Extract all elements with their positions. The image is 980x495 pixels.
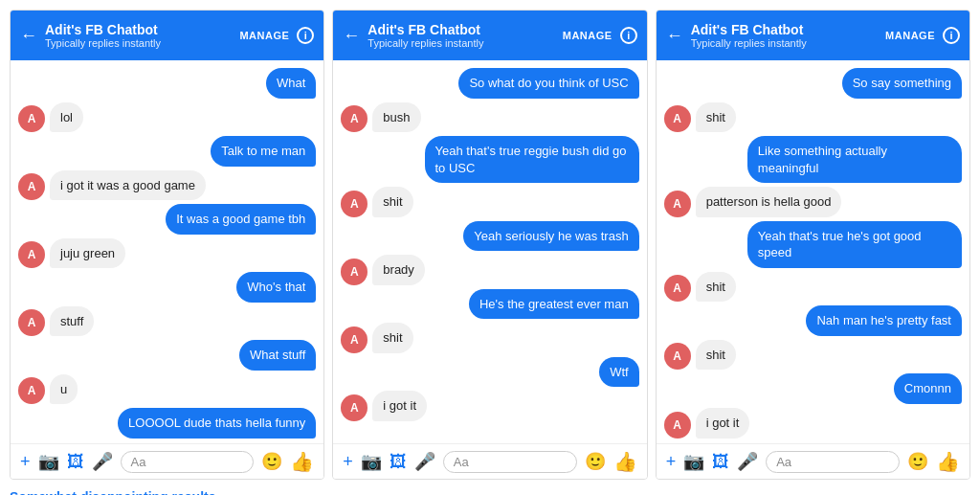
emoji-icon[interactable]: 🙂 (261, 451, 282, 472)
user-bubble: Yeah that's true he's got good speed (747, 221, 962, 268)
camera-icon[interactable]: 📷 (361, 451, 382, 472)
message-row: Au (18, 374, 316, 405)
message-row: Ai got it was a good game (18, 170, 316, 201)
user-bubble: Cmonnn (894, 373, 962, 404)
back-button[interactable]: ← (20, 26, 37, 46)
avatar: A (664, 105, 691, 132)
message-row: Ai got it (664, 408, 962, 439)
header-title: Adit's FB Chatbot (45, 22, 232, 37)
header-subtitle: Typically replies instantly (691, 37, 878, 49)
avatar: A (664, 412, 691, 439)
mic-icon[interactable]: 🎤 (737, 451, 758, 472)
chat-header: ← Adit's FB Chatbot Typically replies in… (657, 11, 969, 60)
avatar: A (664, 191, 691, 217)
bot-bubble: bush (372, 102, 420, 133)
bot-bubble: i got it was a good game (50, 170, 206, 201)
chat-footer: + 📷 🖼 🎤 Aa 🙂 👍 (333, 443, 646, 479)
header-subtitle: Typically replies instantly (368, 37, 554, 49)
header-info: Adit's FB Chatbot Typically replies inst… (691, 22, 878, 49)
plus-icon[interactable]: + (343, 452, 353, 472)
plus-icon[interactable]: + (666, 452, 677, 472)
image-icon[interactable]: 🖼 (67, 452, 84, 472)
camera-icon[interactable]: 📷 (683, 451, 704, 472)
info-icon[interactable]: i (297, 27, 314, 44)
user-bubble: What (266, 68, 316, 99)
bot-bubble: u (50, 374, 78, 405)
message-row: LOOOOL dude thats hella funny (18, 408, 316, 439)
camera-icon[interactable]: 📷 (38, 451, 59, 472)
thumb-icon[interactable]: 👍 (613, 450, 637, 473)
message-row: Ashit (664, 272, 962, 303)
message-row: Yeah that's true reggie bush did go to U… (341, 136, 638, 183)
emoji-icon[interactable]: 🙂 (585, 451, 606, 472)
user-bubble: So say something (842, 68, 962, 99)
message-row: What (18, 68, 316, 99)
message-row: So say something (664, 68, 962, 99)
user-bubble: So what do you think of USC (458, 68, 638, 99)
info-icon[interactable]: i (620, 27, 637, 44)
chat-footer: + 📷 🖼 🎤 Aa 🙂 👍 (11, 443, 323, 479)
message-input[interactable]: Aa (443, 451, 577, 473)
message-row: So what do you think of USC (341, 68, 638, 99)
bot-bubble: juju green (50, 238, 125, 269)
manage-button[interactable]: MANAGE (563, 30, 612, 41)
bot-bubble: shit (372, 323, 412, 353)
chat-body: WhatAlolTalk to me manAi got it was a go… (11, 60, 323, 443)
message-row: Ashit (341, 323, 638, 353)
chat-header: ← Adit's FB Chatbot Typically replies in… (11, 11, 323, 60)
message-row: Talk to me man (18, 136, 316, 167)
header-title: Adit's FB Chatbot (691, 22, 878, 37)
info-icon[interactable]: i (943, 27, 960, 44)
message-row: Apatterson is hella good (664, 187, 962, 217)
chat-window-2: ← Adit's FB Chatbot Typically replies in… (332, 10, 647, 480)
message-row: Ai got it (341, 391, 638, 421)
chats-row: ← Adit's FB Chatbot Typically replies in… (10, 10, 970, 480)
message-row: Ashit (664, 102, 962, 133)
message-row: Like something actually meaningful (664, 136, 962, 183)
message-row: Nah man he's pretty fast (664, 305, 962, 336)
manage-button[interactable]: MANAGE (885, 30, 935, 41)
back-button[interactable]: ← (666, 26, 683, 46)
image-icon[interactable]: 🖼 (712, 452, 729, 472)
thumb-icon[interactable]: 👍 (290, 450, 314, 473)
chat-body: So say somethingAshitLike something actu… (657, 60, 969, 443)
user-bubble: Yeah seriously he was trash (463, 221, 638, 252)
image-icon[interactable]: 🖼 (390, 452, 407, 472)
header-subtitle: Typically replies instantly (45, 37, 232, 49)
message-input[interactable]: Aa (766, 451, 900, 473)
bot-bubble: i got it (372, 391, 427, 421)
avatar: A (664, 343, 691, 370)
avatar: A (341, 394, 368, 421)
message-row: Yeah that's true he's got good speed (664, 221, 962, 268)
bot-bubble: patterson is hella good (696, 187, 842, 217)
bot-bubble: shit (696, 102, 736, 133)
user-bubble: Wtf (599, 357, 639, 388)
emoji-icon[interactable]: 🙂 (907, 451, 928, 472)
thumb-icon[interactable]: 👍 (936, 450, 960, 473)
message-row: Ajuju green (18, 238, 316, 269)
message-row: Astuff (18, 306, 316, 337)
user-bubble: It was a good game tbh (166, 204, 316, 235)
avatar: A (341, 326, 368, 353)
back-button[interactable]: ← (343, 26, 360, 46)
message-row: Ashit (341, 187, 638, 217)
avatar: A (341, 191, 368, 217)
avatar: A (18, 309, 45, 336)
user-bubble: What stuff (239, 340, 316, 371)
user-bubble: Like something actually meaningful (747, 136, 962, 183)
mic-icon[interactable]: 🎤 (414, 451, 435, 472)
plus-icon[interactable]: + (20, 452, 31, 472)
user-bubble: Yeah that's true reggie bush did go to U… (425, 136, 639, 183)
message-input[interactable]: Aa (121, 451, 255, 473)
avatar: A (18, 105, 45, 132)
mic-icon[interactable]: 🎤 (92, 451, 113, 472)
bot-bubble: shit (372, 187, 412, 217)
message-row: Cmonnn (664, 373, 962, 404)
message-row: Abrady (341, 255, 638, 285)
bot-bubble: brady (372, 255, 425, 285)
manage-button[interactable]: MANAGE (239, 30, 289, 41)
chat-window-1: ← Adit's FB Chatbot Typically replies in… (10, 10, 324, 480)
avatar: A (341, 259, 368, 285)
message-row: It was a good game tbh (18, 204, 316, 235)
user-bubble: LOOOOL dude thats hella funny (118, 408, 316, 439)
